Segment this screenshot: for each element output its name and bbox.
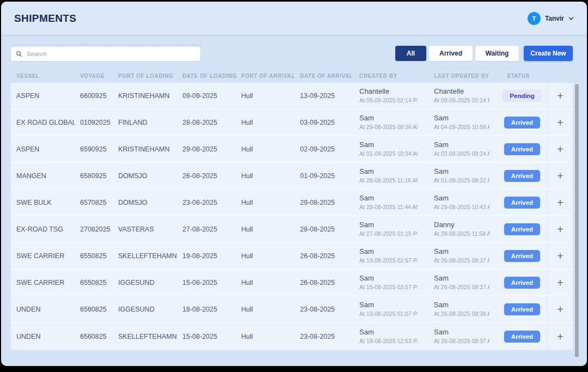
filter-all-button[interactable]: All <box>395 46 426 61</box>
status-cell: Arrived <box>489 303 547 315</box>
port-of-loading-cell: FINLAND <box>113 119 177 126</box>
date-of-loading-cell: 15-08-2025 <box>177 279 236 286</box>
date-of-arrival-cell: 29-08-2025 <box>295 199 343 206</box>
date-of-loading-cell: 15-08-2025 <box>177 333 236 340</box>
vessel-cell: UNDEN <box>11 333 75 340</box>
table-row: SWE CARRIER 6550825 IGGESUND 15-08-2025 … <box>11 270 573 296</box>
vessel-cell: SWE CARRIER <box>11 279 75 286</box>
scrollbar[interactable] <box>575 83 579 359</box>
voyage-cell: 27082025 <box>75 225 113 233</box>
expand-cell: + <box>547 109 573 135</box>
col-voyage: Voyage <box>75 73 113 79</box>
created-by-cell: Sam At 15-08-2025 03:57 PM <box>343 274 418 291</box>
voyage-cell: 01092025 <box>75 119 113 126</box>
last-updated-by-cell: Sam At 26-08-2025 08:38 AM <box>418 301 489 318</box>
voyage-cell: 6590925 <box>75 145 113 153</box>
vessel-cell: ASPEN <box>11 145 75 153</box>
vessel-cell: EX-ROAD TSG <box>11 225 75 233</box>
expand-row-button[interactable]: + <box>553 224 567 234</box>
date-of-loading-cell: 26-08-2025 <box>177 172 236 180</box>
filter-arrived-button[interactable]: Arrived <box>429 46 473 61</box>
chevron-down-icon <box>568 16 574 21</box>
status-cell: Arrived <box>489 331 547 343</box>
voyage-cell: 6560825 <box>75 333 113 340</box>
search-input[interactable] <box>26 50 195 58</box>
status-cell: Arrived <box>489 277 547 289</box>
expand-cell: + <box>547 83 573 108</box>
date-of-loading-cell: 09-09-2025 <box>177 92 236 100</box>
date-of-loading-cell: 18-08-2025 <box>177 306 236 313</box>
expand-cell: + <box>547 136 573 162</box>
status-badge: Arrived <box>504 331 540 343</box>
status-cell: Pending <box>489 90 547 102</box>
expand-cell: + <box>547 296 573 322</box>
expand-row-button[interactable]: + <box>553 144 567 154</box>
toolbar: All Arrived Waiting Create New <box>11 45 573 62</box>
created-by-cell: Sam At 18-08-2025 12:53 PM <box>343 328 418 345</box>
voyage-cell: 6550825 <box>75 279 113 286</box>
created-by-cell: Sam At 28-08-2025 11:16 AM <box>343 167 418 184</box>
vessel-cell: SWE BULK <box>11 199 75 206</box>
vessel-cell: EX ROAD GLOBAL <box>11 119 75 126</box>
table-row: EX ROAD GLOBAL 01092025 FINLAND 28-08-20… <box>11 109 573 136</box>
port-of-loading-cell: KRISTINEHAMN <box>113 145 177 153</box>
port-of-arrival-cell: Hull <box>236 333 295 340</box>
expand-row-button[interactable]: + <box>553 171 567 181</box>
status-cell: Arrived <box>489 250 547 262</box>
expand-row-button[interactable]: + <box>553 278 567 288</box>
status-badge: Arrived <box>504 223 540 235</box>
date-of-arrival-cell: 13-09-2025 <box>295 92 343 100</box>
expand-cell: + <box>547 323 573 350</box>
created-by-cell: Sam At 27-08-2025 01:15 PM <box>343 221 418 237</box>
vessel-cell: UNDEN <box>11 306 75 313</box>
port-of-loading-cell: SKELLEFTEHAMN <box>113 252 177 260</box>
expand-row-button[interactable]: + <box>553 304 567 314</box>
status-cell: Arrived <box>489 197 547 209</box>
expand-row-button[interactable]: + <box>553 251 567 261</box>
scrollbar-thumb[interactable] <box>575 84 579 357</box>
date-of-arrival-cell: 26-08-2025 <box>295 279 343 286</box>
last-updated-by-cell: Sam At 02-09-2025 09:24 AM <box>418 141 489 157</box>
filter-buttons: All Arrived Waiting Create New <box>395 46 573 61</box>
table-body: ASPEN 6600925 KRISTINEHAMN 09-09-2025 Hu… <box>11 83 573 350</box>
filter-waiting-button[interactable]: Waiting <box>475 46 519 61</box>
status-badge: Pending <box>503 90 541 102</box>
vessel-cell: MANGEN <box>11 172 75 180</box>
expand-row-button[interactable]: + <box>553 118 567 127</box>
table-row: SWE CARRIER 6550825 SKELLEFTEHAMN 19-08-… <box>11 243 573 270</box>
expand-row-button[interactable]: + <box>553 332 567 341</box>
col-date-of-loading: Date of Loading <box>177 73 236 79</box>
vessel-cell: ASPEN <box>11 92 75 100</box>
port-of-arrival-cell: Hull <box>236 279 295 286</box>
user-menu[interactable]: T Tanvir <box>528 12 574 25</box>
avatar[interactable]: T <box>528 12 541 25</box>
voyage-cell: 6550825 <box>75 252 113 260</box>
status-badge: Arrived <box>504 277 540 289</box>
col-date-of-arrival: Date of Arrival <box>295 73 343 79</box>
expand-cell: + <box>547 270 573 295</box>
port-of-loading-cell: DOMSJO <box>113 199 177 206</box>
port-of-arrival-cell: Hull <box>236 199 295 206</box>
port-of-arrival-cell: Hull <box>236 145 295 153</box>
port-of-loading-cell: IGGESUND <box>113 306 177 313</box>
expand-row-button[interactable]: + <box>553 198 567 208</box>
date-of-loading-cell: 23-08-2025 <box>177 199 236 206</box>
date-of-loading-cell: 27-08-2025 <box>177 225 236 233</box>
table-row: EX-ROAD TSG 27082025 VASTERAS 27-08-2025… <box>11 216 573 243</box>
expand-row-button[interactable]: + <box>553 91 567 101</box>
date-of-loading-cell: 29-08-2025 <box>177 145 236 153</box>
last-updated-by-cell: Chantelle At 09-09-2025 02:14 PM <box>418 87 489 104</box>
create-new-button[interactable]: Create New <box>524 46 573 61</box>
col-vessel: Vessel <box>11 73 75 79</box>
search-icon <box>16 51 22 57</box>
last-updated-by-cell: Sam At 04-09-2025 10:58 AM <box>418 114 489 131</box>
last-updated-by-cell: Sam At 29-08-2025 10:42 AM <box>418 194 489 211</box>
search-box[interactable] <box>11 47 200 61</box>
date-of-arrival-cell: 01-09-2025 <box>295 172 343 180</box>
created-by-cell: Sam At 19-08-2025 03:57 PM <box>343 247 418 264</box>
port-of-loading-cell: VASTERAS <box>113 225 177 233</box>
status-cell: Arrived <box>489 170 547 182</box>
port-of-arrival-cell: Hull <box>236 306 295 313</box>
date-of-arrival-cell: 23-08-2025 <box>295 333 343 340</box>
status-cell: Arrived <box>489 117 547 129</box>
